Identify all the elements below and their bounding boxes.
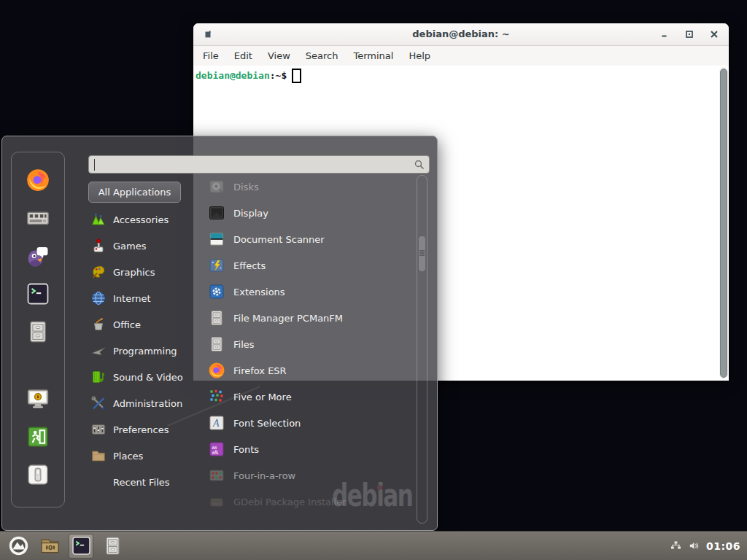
app-extensions[interactable]: Extensions — [208, 279, 412, 305]
category-games[interactable]: Games — [88, 233, 204, 259]
firefox-icon — [208, 362, 225, 379]
tray-network-icon[interactable] — [670, 540, 682, 552]
fonts-icon: aaa& — [208, 440, 225, 458]
tray-volume-icon[interactable] — [688, 540, 700, 552]
shutdown-button[interactable] — [26, 462, 50, 487]
app-five-or-more[interactable]: Five or More — [208, 384, 412, 410]
minimize-button[interactable] — [659, 28, 670, 40]
app-label: Four-in-a-row — [233, 470, 295, 481]
category-sound-video[interactable]: Sound & Video — [88, 364, 204, 390]
terminal-menu-help[interactable]: Help — [409, 50, 430, 61]
taskbar-file-cabinet-button[interactable] — [100, 534, 125, 559]
taskbar-terminal-button[interactable] — [69, 534, 93, 559]
four-in-a-row-icon — [208, 467, 225, 484]
lock-screen-button[interactable] — [26, 386, 50, 411]
category-label: Office — [113, 319, 141, 330]
favorite-file-cabinet-button[interactable] — [26, 319, 50, 344]
app-label: Font Selection — [233, 418, 301, 429]
taskbar-tray: 01:06 — [670, 540, 747, 552]
terminal-prompt-line: debian@debian:~$ — [193, 66, 729, 83]
app-firefox-esr[interactable]: Firefox ESR — [208, 357, 412, 384]
terminal-menu-file[interactable]: File — [203, 50, 219, 61]
category-label: Sound & Video — [113, 372, 183, 383]
terminal-titlebar[interactable]: debian@debian: ~ — [193, 23, 729, 46]
terminal-window-title: debian@debian: ~ — [193, 28, 729, 39]
app-fonts[interactable]: aaa&Fonts — [208, 436, 412, 462]
app-label: Files — [233, 339, 255, 350]
category-accessories[interactable]: Accessories — [88, 206, 204, 233]
category-programming[interactable]: Programming — [88, 338, 204, 364]
text-caret — [94, 159, 95, 171]
app-label: Firefox ESR — [233, 365, 287, 376]
category-label: Accessories — [113, 214, 169, 225]
app-label: GDebi Package Installer — [233, 497, 347, 508]
terminal-menu-edit[interactable]: Edit — [234, 50, 252, 61]
terminal-scrollbar-thumb[interactable] — [720, 69, 727, 378]
app-gdebi-package-installer[interactable]: GDebi Package Installer — [208, 489, 412, 515]
category-all-applications[interactable]: All Applications — [88, 182, 181, 203]
window-controls — [659, 28, 720, 40]
category-graphics[interactable]: Graphics — [88, 259, 204, 285]
terminal-menu-terminal[interactable]: Terminal — [353, 50, 393, 61]
selected-category-label: All Applications — [98, 187, 171, 198]
menu-search-box[interactable] — [88, 155, 430, 174]
app-file-manager-pcmanfm[interactable]: File Manager PCManFM — [208, 305, 412, 331]
category-administration[interactable]: Administration — [88, 390, 204, 416]
svg-text:A: A — [212, 418, 220, 429]
favorite-terminal-button[interactable] — [26, 281, 50, 306]
close-button[interactable] — [708, 28, 720, 40]
app-label: File Manager PCManFM — [233, 313, 343, 324]
folder-icon — [39, 535, 61, 556]
app-disks[interactable]: Disks — [208, 174, 412, 200]
terminal-menu-view[interactable]: View — [268, 50, 290, 61]
prompt-user-host: debian@debian — [196, 70, 270, 81]
app-display[interactable]: Display — [208, 200, 412, 226]
category-label: Internet — [113, 293, 151, 304]
taskbar-launchers — [0, 534, 125, 559]
favorite-firefox-button[interactable] — [26, 168, 50, 192]
app-files[interactable]: Files — [208, 331, 412, 357]
taskbar-folder-button[interactable] — [37, 534, 62, 559]
terminal-menu-search[interactable]: Search — [306, 50, 338, 61]
app-label: Five or More — [233, 392, 292, 402]
effects-icon — [208, 257, 225, 274]
app-label: Document Scanner — [233, 234, 325, 245]
category-office[interactable]: Office — [88, 311, 204, 338]
graphics-icon — [90, 264, 107, 280]
favorite-pidgin-button[interactable] — [26, 244, 50, 268]
taskbar-menu-logo-button[interactable] — [6, 534, 31, 559]
programming-icon — [90, 343, 107, 359]
category-label: Administration — [113, 398, 182, 409]
maximize-button[interactable] — [684, 28, 695, 40]
app-document-scanner[interactable]: Document Scanner — [208, 226, 412, 252]
app-font-selection[interactable]: AFont Selection — [208, 410, 412, 436]
app-four-in-a-row[interactable]: Four-in-a-row — [208, 462, 412, 489]
logout-button[interactable] — [26, 424, 50, 449]
administration-icon — [90, 395, 107, 411]
app-effects[interactable]: Effects — [208, 252, 412, 279]
menu-scrollbar[interactable] — [417, 175, 427, 524]
favorite-keyboard-button[interactable] — [26, 206, 50, 230]
terminal-scrollbar[interactable] — [719, 67, 728, 379]
internet-icon — [90, 290, 107, 306]
terminal-icon — [71, 535, 92, 556]
preferences-icon — [90, 421, 107, 438]
category-preferences[interactable]: Preferences — [88, 416, 204, 443]
session-buttons — [13, 386, 63, 487]
terminal-menubar: FileEditViewSearchTerminalHelp — [193, 46, 729, 66]
gdebi-icon — [208, 493, 225, 510]
menu-logo-icon — [8, 535, 29, 556]
category-recent-files[interactable]: Recent Files — [88, 469, 204, 495]
taskbar-clock[interactable]: 01:06 — [706, 540, 740, 552]
category-places[interactable]: Places — [88, 443, 204, 469]
places-icon — [90, 448, 107, 464]
file-cabinet-icon — [208, 309, 225, 327]
menu-scrollbar-thumb[interactable] — [419, 236, 425, 271]
disks-icon — [208, 178, 225, 195]
app-label: Extensions — [233, 287, 285, 298]
category-internet[interactable]: Internet — [88, 285, 204, 311]
five-or-more-icon — [208, 388, 225, 405]
category-label: Programming — [113, 346, 177, 357]
search-input[interactable] — [95, 158, 410, 171]
app-label: Fonts — [233, 444, 259, 455]
